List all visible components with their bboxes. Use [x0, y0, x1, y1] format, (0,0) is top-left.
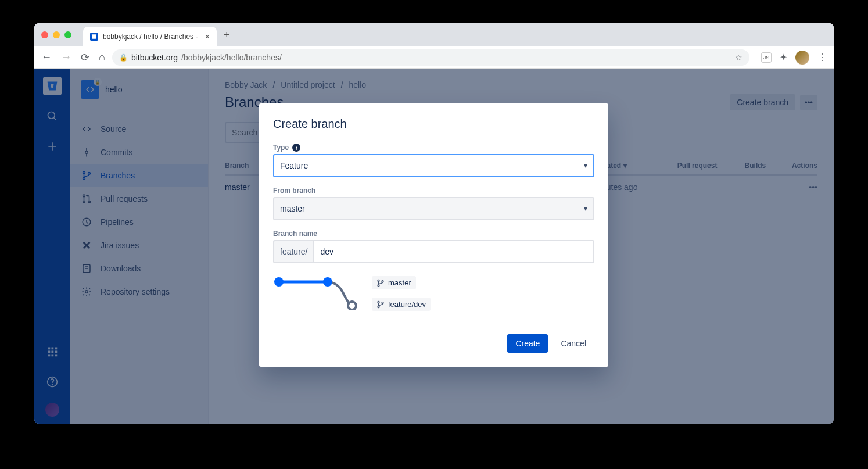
branch-tag-source: master [372, 276, 416, 289]
back-button[interactable]: ← [41, 51, 52, 64]
branch-graph-icon [273, 275, 360, 310]
type-select[interactable]: Feature ▾ [273, 154, 594, 177]
chevron-down-icon: ▾ [584, 162, 587, 170]
branch-diagram: master feature/dev [273, 275, 594, 311]
url-path: /bobbykjack/hello/branches/ [181, 53, 282, 62]
info-icon[interactable]: i [292, 144, 300, 152]
tab-title: bobbykjack / hello / Branches - [103, 33, 200, 41]
branch-name-prefix: feature/ [273, 240, 313, 263]
browser-window: bobbykjack / hello / Branches - × + ← → … [34, 23, 834, 424]
svg-point-33 [323, 277, 332, 287]
browser-menu-icon[interactable]: ⋮ [817, 52, 827, 63]
window-minimize-button[interactable] [53, 31, 60, 38]
from-branch-label: From branch [273, 187, 315, 195]
window-controls [41, 31, 71, 38]
lock-icon: 🔒 [119, 53, 128, 62]
svg-point-38 [378, 301, 379, 303]
create-button[interactable]: Create [507, 334, 548, 353]
browser-tab[interactable]: bobbykjack / hello / Branches - × [83, 27, 217, 46]
svg-point-35 [378, 280, 379, 281]
url-bar[interactable]: 🔒 bitbucket.org/bobbykjack/hello/branche… [112, 49, 749, 66]
profile-avatar[interactable] [795, 51, 809, 65]
branch-name-label: Branch name [273, 230, 317, 238]
branch-name-input[interactable] [313, 240, 594, 263]
from-branch-value: master [280, 204, 305, 213]
toolbar-icons: JS ✦ ⋮ [761, 51, 827, 65]
nav-arrows: ← → ⟳ ⌂ [41, 51, 105, 64]
extensions-icon[interactable]: ✦ [780, 52, 787, 63]
tab-close-icon[interactable]: × [205, 32, 210, 41]
cancel-button[interactable]: Cancel [553, 334, 594, 353]
svg-point-39 [378, 306, 379, 307]
branch-icon [376, 279, 385, 287]
url-host: bitbucket.org [131, 53, 178, 62]
bitbucket-favicon [90, 33, 98, 41]
svg-point-37 [382, 280, 383, 282]
svg-point-32 [274, 277, 284, 287]
type-label: Type [273, 144, 289, 152]
branch-tag-label: master [388, 278, 411, 287]
window-maximize-button[interactable] [64, 31, 71, 38]
svg-point-40 [382, 302, 383, 303]
create-branch-modal: Create branch Type i Feature ▾ From bran… [259, 103, 608, 367]
browser-toolbar: ← → ⟳ ⌂ 🔒 bitbucket.org/bobbykjack/hello… [34, 46, 834, 69]
bookmark-star-icon[interactable]: ☆ [735, 53, 743, 62]
svg-point-36 [378, 284, 379, 286]
forward-button[interactable]: → [61, 51, 71, 64]
extension-js-icon[interactable]: JS [761, 52, 772, 63]
home-button[interactable]: ⌂ [99, 51, 105, 64]
browser-tab-bar: bobbykjack / hello / Branches - × + [34, 23, 834, 46]
branch-icon [376, 300, 385, 309]
branch-tag-target: feature/dev [372, 298, 431, 311]
svg-point-34 [348, 302, 356, 310]
modal-title: Create branch [273, 117, 594, 131]
chevron-down-icon: ▾ [584, 205, 587, 213]
from-branch-select[interactable]: master ▾ [273, 197, 594, 220]
type-select-value: Feature [280, 161, 308, 170]
app-content: 🔒 hello Source Commits Branches [34, 69, 834, 424]
window-close-button[interactable] [41, 31, 48, 38]
reload-button[interactable]: ⟳ [81, 51, 89, 64]
new-tab-button[interactable]: + [224, 29, 230, 41]
branch-tag-label: feature/dev [388, 300, 426, 309]
